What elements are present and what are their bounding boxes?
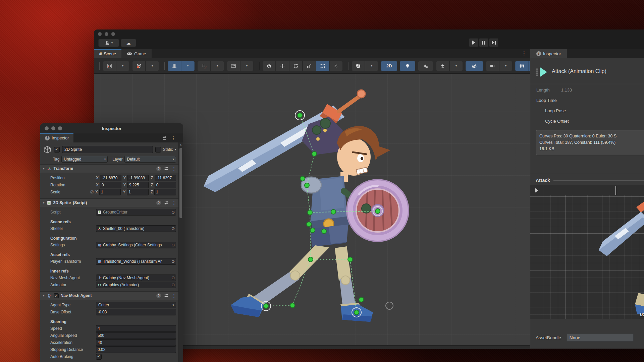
help-icon[interactable]: ? (156, 200, 161, 205)
gameobject-name-field[interactable]: 2D Sprite (62, 146, 153, 153)
speed-field[interactable]: 4 (96, 325, 176, 332)
preview-header[interactable]: Attack (530, 176, 644, 185)
snap-increment-dropdown[interactable]: ▾ (240, 61, 254, 71)
2d-mode-button[interactable]: 2D (381, 61, 397, 71)
zoom-button[interactable] (111, 32, 115, 36)
static-checkbox[interactable] (155, 147, 161, 153)
position-x-field[interactable]: -21.6870 (100, 175, 121, 181)
grid-snap-button[interactable] (197, 61, 211, 71)
lock-icon[interactable] (162, 135, 167, 140)
foldout-icon[interactable]: ▾ (43, 167, 45, 170)
floating-titlebar[interactable]: Inspector (40, 123, 183, 133)
angular-speed-field[interactable]: 500 (96, 332, 176, 339)
preview-scrub-track[interactable] (543, 185, 644, 195)
position-y-field[interactable]: -1.99039 (127, 175, 149, 181)
component-enabled-checkbox[interactable] (54, 293, 59, 298)
static-dropdown-icon[interactable]: ▾ (174, 148, 176, 151)
camera-settings-dropdown[interactable]: ▾ (499, 61, 513, 71)
presets-icon[interactable] (164, 166, 169, 171)
settings-object-field[interactable]: Crabby_Settings (Critter Settings ⊙ (96, 242, 176, 248)
transform-header[interactable]: ▾ Transform ? ⋮ (40, 165, 179, 173)
tab-inspector[interactable]: i Inspector (530, 49, 567, 58)
object-picker-icon[interactable]: ⊙ (171, 276, 175, 280)
cycle-offset-row[interactable]: Cycle Offset (530, 117, 644, 125)
tab-strip-menu-icon[interactable]: ⋮ (522, 50, 527, 56)
scale-tool-button[interactable] (303, 61, 316, 71)
kebab-menu-icon[interactable]: ⋮ (172, 166, 176, 171)
scrollbar[interactable]: ▲ (178, 142, 183, 362)
loop-pose-row[interactable]: Loop Pose (530, 106, 644, 115)
nav-mesh-agent-header[interactable]: ▾ Nav Mesh Agent ? ⋮ (40, 292, 179, 300)
camera-settings-button[interactable] (486, 61, 499, 71)
scene-audio-button[interactable] (418, 61, 433, 71)
unlink-scale-icon[interactable]: ∅ (89, 190, 95, 194)
step-button[interactable] (489, 38, 498, 47)
tab-inspector[interactable]: i Inspector (40, 133, 73, 142)
foldout-icon[interactable]: ▾ (43, 201, 45, 204)
account-dropdown-button[interactable]: ▾ (98, 39, 119, 47)
effects-button[interactable] (436, 61, 449, 71)
effects-dropdown[interactable]: ▾ (449, 61, 463, 71)
gizmos-button[interactable] (515, 61, 529, 71)
foldout-icon[interactable]: ▾ (43, 294, 45, 297)
active-checkbox[interactable] (54, 147, 60, 153)
view-options-dropdown[interactable]: ▾ (116, 61, 129, 71)
nav-mesh-agent-object-field[interactable]: Crabby (Nav Mesh Agent) ⊙ (96, 275, 176, 281)
play-button[interactable] (469, 38, 478, 47)
rotate-tool-button[interactable] (289, 61, 303, 71)
rotation-x-field[interactable]: 0 (100, 182, 121, 188)
rotation-z-field[interactable]: 0 (155, 182, 176, 188)
draw-mode-button[interactable] (352, 61, 365, 71)
kebab-menu-icon[interactable]: ⋮ (172, 200, 176, 205)
kebab-menu-icon[interactable]: ⋮ (171, 135, 176, 141)
move-tool-button[interactable] (276, 61, 289, 71)
grid-visibility-button[interactable] (168, 61, 181, 71)
close-button[interactable] (45, 126, 49, 130)
preview-play-button[interactable] (530, 185, 543, 195)
help-icon[interactable]: ? (156, 293, 161, 298)
pivot-mode-button[interactable] (132, 61, 146, 71)
object-picker-icon[interactable]: ⊙ (171, 283, 175, 287)
cloud-services-button[interactable]: ☁ (121, 39, 136, 47)
draw-mode-dropdown[interactable]: ▾ (365, 61, 378, 71)
stopping-distance-field[interactable]: 0.02 (96, 346, 176, 353)
presets-icon[interactable] (164, 200, 169, 205)
object-picker-icon[interactable]: ⊙ (171, 259, 175, 264)
main-titlebar[interactable]: ▾ ☁ (94, 29, 644, 49)
layer-dropdown[interactable]: Default ▾ (124, 156, 176, 163)
acceleration-field[interactable]: 40 (96, 339, 176, 346)
kebab-menu-icon[interactable]: ⋮ (172, 293, 176, 298)
position-z-field[interactable]: -11.6397 (155, 175, 176, 181)
rotation-y-field[interactable]: 9.225 (127, 182, 149, 188)
window-controls[interactable] (98, 32, 115, 36)
presets-icon[interactable] (164, 293, 169, 298)
agent-type-dropdown[interactable]: Critter ▾ (96, 302, 176, 308)
scrollbar-thumb[interactable] (179, 148, 182, 218)
grid-snap-dropdown[interactable]: ▾ (211, 61, 224, 71)
sprite-script-header[interactable]: ▾ 2D Sprite (Script) ? ⋮ (40, 199, 179, 207)
object-picker-icon[interactable]: ⊙ (171, 243, 175, 247)
asset-bundle-dropdown[interactable]: None (567, 334, 634, 342)
rect-tool-button[interactable] (316, 61, 329, 71)
transform-tool-button[interactable] (329, 61, 343, 71)
script-object-field[interactable]: GroundCritter ⊙ (96, 209, 176, 216)
base-offset-field[interactable]: -0.03 (96, 309, 176, 315)
player-transform-object-field[interactable]: Transform_Wondu (Transform Ar ⊙ (96, 258, 176, 265)
scene-lighting-button[interactable] (400, 61, 415, 71)
scene-visibility-button[interactable] (466, 61, 483, 71)
scale-x-field[interactable]: 1 (99, 189, 121, 195)
scale-z-field[interactable]: 1 (154, 189, 176, 195)
auto-braking-checkbox[interactable] (96, 354, 102, 360)
gameobject-cube-icon[interactable] (43, 145, 52, 154)
tab-game[interactable]: Game (121, 49, 151, 58)
minimize-button[interactable] (51, 126, 55, 130)
window-controls[interactable] (45, 126, 62, 130)
hand-tool-button[interactable] (262, 61, 276, 71)
minimize-button[interactable] (105, 32, 108, 36)
object-picker-icon[interactable]: ⊙ (171, 226, 175, 231)
playhead[interactable] (615, 186, 616, 195)
object-picker-icon[interactable]: ⊙ (171, 210, 175, 215)
tab-scene[interactable]: # Scene (94, 49, 121, 58)
scroll-up-icon[interactable]: ▲ (179, 143, 182, 146)
pivot-mode-dropdown[interactable]: ▾ (146, 61, 159, 71)
